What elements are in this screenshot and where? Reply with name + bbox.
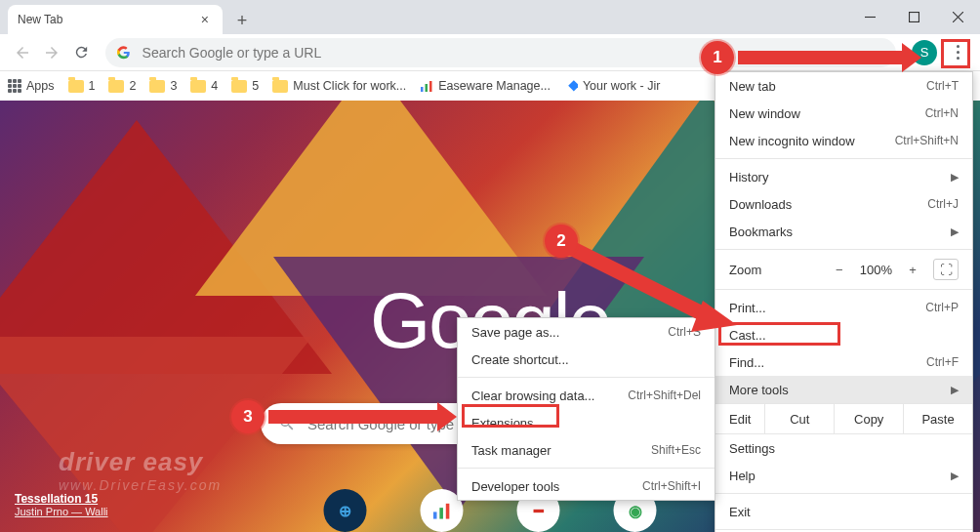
submenu-task-manager[interactable]: Task managerShift+Esc xyxy=(458,436,715,464)
chevron-right-icon: ▶ xyxy=(951,171,959,184)
svg-rect-6 xyxy=(429,81,432,92)
new-tab-button[interactable]: + xyxy=(228,7,256,34)
reload-button[interactable] xyxy=(66,38,96,67)
folder-icon xyxy=(272,80,288,93)
annotation-arrow xyxy=(268,410,439,424)
maximize-button[interactable] xyxy=(892,0,936,34)
svg-rect-7 xyxy=(568,80,578,91)
chevron-right-icon: ▶ xyxy=(951,384,959,396)
menu-downloads[interactable]: DownloadsCtrl+J xyxy=(715,190,972,218)
apps-icon xyxy=(8,79,21,93)
chevron-right-icon: ▶ xyxy=(951,225,959,238)
main-menu: New tabCtrl+T New windowCtrl+N New incog… xyxy=(715,71,973,532)
menu-more-tools[interactable]: More tools▶ xyxy=(715,376,972,403)
bookmark-folder[interactable]: 5 xyxy=(231,79,259,93)
google-icon xyxy=(117,46,131,60)
bookmark-item[interactable]: Must Click for work... xyxy=(272,79,406,93)
menu-print[interactable]: Print...Ctrl+P xyxy=(715,294,972,321)
menu-zoom: Zoom − 100% + ⛶ xyxy=(715,254,972,285)
paste-button[interactable]: Paste xyxy=(903,404,972,433)
folder-icon xyxy=(190,80,206,93)
svg-rect-10 xyxy=(446,504,450,519)
annotation-step-3: 3 xyxy=(231,400,265,433)
svg-marker-11 xyxy=(566,242,713,322)
cut-button[interactable]: Cut xyxy=(764,404,834,433)
diamond-icon xyxy=(564,79,578,93)
close-tab-icon[interactable]: × xyxy=(197,12,213,27)
svg-rect-4 xyxy=(421,87,424,92)
bookmark-folder[interactable]: 1 xyxy=(68,79,96,93)
menu-new-window[interactable]: New windowCtrl+N xyxy=(715,100,972,127)
menu-find[interactable]: Find...Ctrl+F xyxy=(715,348,972,376)
svg-rect-9 xyxy=(439,508,443,518)
minimize-button[interactable] xyxy=(848,0,892,34)
bars-icon xyxy=(420,79,433,93)
menu-history[interactable]: History▶ xyxy=(715,163,972,190)
shortcut-icon[interactable]: ⊕ xyxy=(324,489,367,532)
menu-incognito[interactable]: New incognito windowCtrl+Shift+N xyxy=(715,127,972,154)
forward-button[interactable] xyxy=(37,38,66,67)
annotation-step-2: 2 xyxy=(545,225,578,258)
submenu-clear-data[interactable]: Clear browsing data...Ctrl+Shift+Del xyxy=(458,382,715,409)
menu-exit[interactable]: Exit xyxy=(715,498,972,525)
wallpaper-author: Justin Prno — Walli xyxy=(15,506,108,517)
folder-icon xyxy=(108,80,124,93)
copy-button[interactable]: Copy xyxy=(834,404,903,433)
close-window-button[interactable] xyxy=(936,0,980,34)
folder-icon xyxy=(231,80,247,93)
apps-label: Apps xyxy=(26,79,55,93)
menu-new-tab[interactable]: New tabCtrl+T xyxy=(715,72,972,100)
apps-button[interactable]: Apps xyxy=(8,79,55,93)
zoom-in-button[interactable]: + xyxy=(902,263,923,277)
folder-icon xyxy=(68,80,84,93)
wallpaper-title: Tessellation 15 xyxy=(15,492,108,506)
bookmark-folder[interactable]: 4 xyxy=(190,79,218,93)
window-controls xyxy=(848,0,980,34)
zoom-out-button[interactable]: − xyxy=(829,263,850,277)
tab-strip: New Tab × + xyxy=(0,0,980,34)
bookmark-item[interactable]: Easeware Manage... xyxy=(420,79,551,93)
tab-title: New Tab xyxy=(18,13,62,26)
folder-icon xyxy=(149,80,165,93)
bookmark-item[interactable]: Your work - Jir xyxy=(564,79,660,93)
svg-rect-8 xyxy=(433,512,437,518)
more-tools-submenu: Save page as...Ctrl+S Create shortcut...… xyxy=(457,317,715,501)
chevron-right-icon: ▶ xyxy=(951,470,959,482)
submenu-dev-tools[interactable]: Developer toolsCtrl+Shift+I xyxy=(458,472,715,500)
annotation-arrow xyxy=(566,232,742,340)
back-button[interactable] xyxy=(8,38,37,67)
submenu-extensions[interactable]: Extensions xyxy=(458,409,715,436)
menu-button[interactable] xyxy=(943,38,972,67)
annotation-arrow xyxy=(738,51,904,64)
watermark: driver easy www.DriverEasy.com xyxy=(59,447,222,493)
wallpaper-attribution[interactable]: Tessellation 15 Justin Prno — Walli xyxy=(15,492,108,517)
bookmark-folder[interactable]: 2 xyxy=(108,79,136,93)
menu-cast[interactable]: Cast... xyxy=(715,321,972,348)
svg-rect-5 xyxy=(426,84,429,92)
menu-settings[interactable]: Settings xyxy=(715,434,972,462)
bookmark-folder[interactable]: 3 xyxy=(149,79,177,93)
zoom-value: 100% xyxy=(860,263,892,277)
submenu-create-shortcut[interactable]: Create shortcut... xyxy=(458,346,715,373)
menu-bookmarks[interactable]: Bookmarks▶ xyxy=(715,218,972,245)
menu-help[interactable]: Help▶ xyxy=(715,462,972,489)
browser-tab[interactable]: New Tab × xyxy=(8,5,223,34)
annotation-step-1: 1 xyxy=(701,41,734,74)
fullscreen-button[interactable]: ⛶ xyxy=(933,259,959,280)
menu-edit-row: Edit Cut Copy Paste xyxy=(715,403,972,434)
svg-rect-1 xyxy=(910,13,919,22)
